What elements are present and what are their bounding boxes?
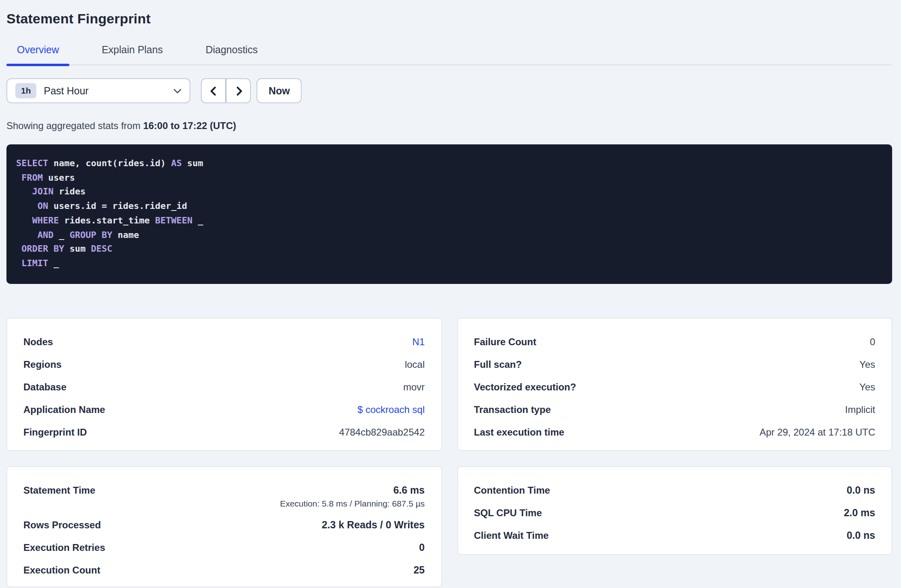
- sql-line: ON users.id = rides.rider_id: [16, 199, 882, 213]
- time-range-badge: 1h: [15, 83, 37, 98]
- row-value-wrap: 0.0 ns: [847, 484, 875, 496]
- row-value-wrap: Yes: [859, 381, 875, 393]
- execution-attributes-card: Failure Count 0 Full scan? Yes Vectorize…: [457, 318, 892, 451]
- row-value-wrap: 0: [870, 336, 875, 348]
- timing-cards-row: Statement Time 6.6 ms Execution: 5.8 ms …: [6, 466, 892, 587]
- next-range-button[interactable]: [226, 78, 251, 103]
- row-value-wrap: 0: [419, 542, 425, 554]
- card-row-statement-time: Statement Time 6.6 ms Execution: 5.8 ms …: [23, 479, 425, 514]
- row-value: 6.6 ms: [280, 484, 425, 496]
- summary-cards-row: Nodes N1 Regions local Database: [6, 318, 892, 451]
- caption-prefix: Showing aggregated stats from: [6, 120, 143, 131]
- chevron-right-icon: [234, 86, 243, 96]
- tab-overview[interactable]: Overview: [6, 44, 69, 65]
- previous-range-button[interactable]: [201, 78, 226, 103]
- row-label: Vectorized execution?: [474, 381, 576, 393]
- card-row-fingerprint-id: Fingerprint ID 4784cb829aab2542: [23, 421, 425, 444]
- time-range-dropdown[interactable]: 1h Past Hour: [6, 78, 190, 103]
- tab-label: Explain Plans: [102, 44, 163, 56]
- row-label: Client Wait Time: [474, 530, 549, 542]
- row-value: 0.0 ns: [847, 530, 875, 542]
- card-row-nodes: Nodes N1: [23, 331, 425, 353]
- card-row-database: Database movr: [23, 376, 425, 398]
- row-value: Yes: [859, 359, 875, 371]
- time-range-label: Past Hour: [44, 85, 173, 96]
- wait-time-card: Contention Time 0.0 ns SQL CPU Time 2.0 …: [457, 466, 892, 555]
- row-label: Regions: [23, 359, 62, 371]
- row-value-wrap: 4784cb829aab2542: [339, 426, 425, 438]
- card-row-regions: Regions local: [23, 353, 425, 376]
- row-label: Rows Processed: [23, 519, 101, 531]
- row-label: Fingerprint ID: [23, 426, 87, 438]
- row-value-wrap: 2.3 k Reads / 0 Writes: [322, 519, 425, 531]
- row-value-wrap: $ cockroach sql: [357, 404, 425, 416]
- row-value-wrap: 0.0 ns: [847, 530, 875, 542]
- sql-line: FROM users: [16, 171, 882, 185]
- card-row-failure-count: Failure Count 0: [474, 331, 875, 353]
- now-button[interactable]: Now: [257, 78, 302, 103]
- tab-diagnostics[interactable]: Diagnostics: [195, 44, 268, 65]
- row-label: Full scan?: [474, 359, 522, 371]
- card-row-sql-cpu-time: SQL CPU Time 2.0 ms: [474, 502, 875, 524]
- row-value-wrap: movr: [403, 381, 425, 393]
- card-row-application-name: Application Name $ cockroach sql: [23, 398, 425, 421]
- row-value: 2.0 ms: [844, 507, 875, 519]
- row-value[interactable]: $ cockroach sql: [357, 404, 425, 416]
- statement-timing-card: Statement Time 6.6 ms Execution: 5.8 ms …: [6, 466, 442, 587]
- caption-range: 16:00 to 17:22 (UTC): [143, 120, 236, 131]
- tab-label: Overview: [17, 44, 59, 56]
- row-value-wrap: Apr 29, 2024 at 17:18 UTC: [759, 426, 875, 438]
- row-value-wrap: Implicit: [845, 404, 875, 416]
- sql-line: AND _ GROUP BY name: [16, 228, 882, 242]
- tab-explain-plans[interactable]: Explain Plans: [91, 44, 173, 65]
- row-label: Application Name: [23, 404, 105, 416]
- row-label: SQL CPU Time: [474, 507, 542, 519]
- sql-line: SELECT name, count(rides.id) AS sum: [16, 156, 882, 171]
- page-title: Statement Fingerprint: [6, 0, 892, 27]
- row-value-wrap: local: [405, 359, 425, 371]
- row-value: 0: [419, 542, 425, 554]
- card-row-execution-count: Execution Count 25: [23, 559, 425, 582]
- sql-line: ORDER BY sum DESC: [16, 242, 882, 256]
- statement-fingerprint-page: Statement Fingerprint Overview Explain P…: [0, 0, 901, 588]
- card-row-vectorized-execution: Vectorized execution? Yes: [474, 376, 875, 398]
- row-value: Yes: [859, 381, 875, 393]
- row-label: Execution Count: [23, 564, 100, 576]
- row-label: Statement Time: [23, 484, 95, 496]
- time-picker-row: 1h Past Hour Now: [6, 78, 892, 103]
- row-label: Transaction type: [474, 404, 551, 416]
- card-row-contention-time: Contention Time 0.0 ns: [474, 479, 875, 502]
- row-value: movr: [403, 381, 425, 393]
- card-row-rows-processed: Rows Processed 2.3 k Reads / 0 Writes: [23, 514, 425, 536]
- chevron-down-icon: [173, 88, 181, 93]
- sql-statement-box: SELECT name, count(rides.id) AS sum FROM…: [6, 144, 892, 284]
- statement-details-card: Nodes N1 Regions local Database: [6, 318, 442, 451]
- row-value: 2.3 k Reads / 0 Writes: [322, 519, 425, 531]
- card-row-execution-retries: Execution Retries 0: [23, 536, 425, 559]
- row-value: 0.0 ns: [847, 484, 875, 496]
- card-row-full-scan: Full scan? Yes: [474, 353, 875, 376]
- chevron-left-icon: [209, 86, 218, 96]
- row-value-wrap: Yes: [859, 359, 875, 371]
- row-value: Implicit: [845, 404, 875, 416]
- sql-line: JOIN rides: [16, 185, 882, 199]
- row-label: Execution Retries: [23, 542, 105, 554]
- row-value: local: [405, 359, 425, 371]
- time-range-arrows: [201, 78, 251, 103]
- row-value[interactable]: N1: [412, 336, 425, 348]
- tab-bar: Overview Explain Plans Diagnostics: [6, 44, 892, 65]
- row-value: 25: [413, 564, 425, 576]
- sql-line: LIMIT _: [16, 256, 882, 271]
- row-value-wrap: 2.0 ms: [844, 507, 875, 519]
- row-value-wrap: 25: [413, 564, 425, 576]
- row-value: 4784cb829aab2542: [339, 426, 425, 438]
- row-value-wrap: 6.6 ms Execution: 5.8 ms / Planning: 687…: [280, 484, 425, 509]
- card-row-transaction-type: Transaction type Implicit: [474, 398, 875, 421]
- aggregated-stats-caption: Showing aggregated stats from 16:00 to 1…: [6, 120, 892, 131]
- row-value-wrap: N1: [412, 336, 425, 348]
- card-row-last-execution-time: Last execution time Apr 29, 2024 at 17:1…: [474, 421, 875, 444]
- row-subvalue: Execution: 5.8 ms / Planning: 687.5 µs: [280, 497, 425, 509]
- row-label: Last execution time: [474, 426, 564, 438]
- row-label: Contention Time: [474, 484, 550, 496]
- row-value: 0: [870, 336, 875, 348]
